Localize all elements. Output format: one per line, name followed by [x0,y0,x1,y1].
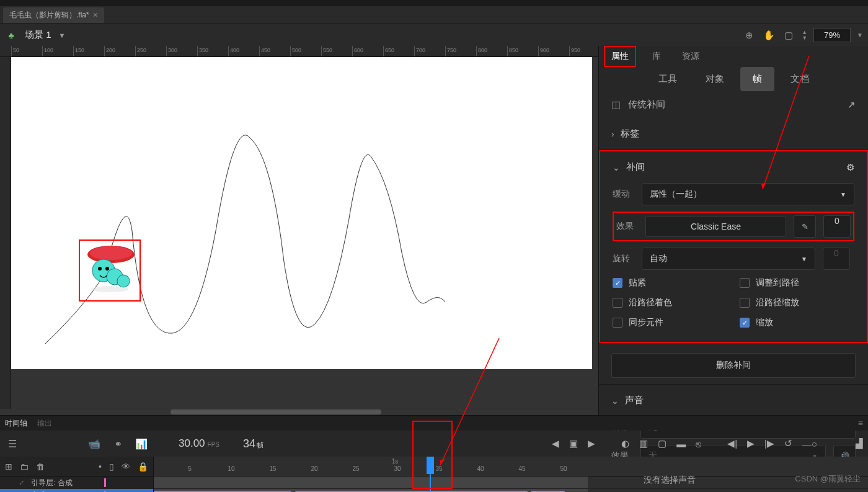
ease-row: 缓动 属性（一起）▼ [613,183,854,205]
guide-icon: ⟋ [17,478,26,487]
labels-title[interactable]: 标签 [621,128,639,140]
expand-icon[interactable]: ↗ [848,99,856,110]
sub-tab-object[interactable]: 对象 [693,67,737,91]
stage[interactable] [11,57,592,369]
tab-properties[interactable]: 属性 [604,46,636,67]
layer-guide[interactable]: ⟋ 引导层: 合成 [0,476,153,489]
chevron-down-icon[interactable]: ⌄ [611,396,619,406]
next-icon[interactable]: ▶ [588,438,595,449]
panel-menu-icon[interactable]: ≡ [858,418,863,428]
clip-icon[interactable]: ▢ [782,29,795,42]
timeline-tracks[interactable]: 1s5101520253035404550 [154,457,868,492]
scroll-arrows[interactable]: ▲▼ [802,30,807,41]
delete-tween-button[interactable]: 删除补间 [611,353,856,378]
graph-icon[interactable]: ⚭ [110,436,125,451]
scene-name[interactable]: 场景 1 [25,29,51,41]
playhead-line [430,474,431,492]
check-color[interactable]: 沿路径着色 [613,297,727,308]
rotate-count[interactable]: 0 [823,248,850,270]
check-sync[interactable]: 同步元件 [613,317,727,328]
tween-type-label: 传统补间 [628,99,665,110]
stage-area [11,57,598,409]
tween-section: ⌄ 补间 ⚙ 缓动 属性（一起）▼ 效果 Classic Ease ✎ 0 旋转… [599,150,868,343]
insert-frame-icon[interactable]: ▣ [569,438,578,449]
sub-tab-tool[interactable]: 工具 [646,67,689,91]
marker-icon[interactable]: ▬ [676,439,686,449]
check-orient[interactable]: 调整到路径 [740,277,854,288]
edit-icon[interactable]: ▢ [658,438,666,449]
prev-icon[interactable]: ◀ [552,438,559,449]
scrollbar-thumb[interactable] [170,409,381,414]
frame-ruler[interactable]: 1s5101520253035404550 [154,457,868,476]
current-frame[interactable]: 34 帧 [243,437,264,450]
onion-icon[interactable]: ◐ [621,438,629,449]
range-icon[interactable]: —○ [802,439,817,449]
properties-panel: 属性 库 资源 工具 对象 帧 文档 ◫ 传统补间 ↗ › 标签 ⌄ 补间 ⚙ [598,46,868,415]
zoom-input[interactable]: 79% [813,28,851,42]
tween-title[interactable]: 补间 [626,161,645,173]
tab-output[interactable]: 输出 [37,418,52,429]
scene-icon[interactable]: ♣ [5,29,17,42]
playhead[interactable] [427,457,434,474]
fps-display[interactable]: 30.00 FPS [179,437,219,450]
hand-icon[interactable]: ✋ [762,29,776,42]
pencil-icon[interactable]: ✎ [794,215,816,238]
chart-icon[interactable]: 📊 [134,436,149,451]
check-snap[interactable]: ✓贴紧 [613,277,727,288]
checkbox-icon [613,298,622,308]
effect-button[interactable]: Classic Ease [645,216,786,237]
ease-label: 缓动 [613,189,634,200]
outline-icon[interactable]: ▯ [109,462,114,472]
eye-icon[interactable]: 👁 [122,462,130,472]
trash-icon[interactable]: 🗑 [36,462,45,472]
tab-label: 毛毛虫（影片剪辑）.fla* [9,10,89,20]
edit-scene-icon[interactable]: ⊕ [742,29,756,42]
loop-icon[interactable]: ↺ [784,438,792,449]
timeline-panel: 时间轴 输出 ≡ ☰ 📹 ⚭ 📊 30.00 FPS 34 帧 ◀ ▣ ▶ [0,415,868,492]
sound-title[interactable]: 声音 [625,395,644,406]
motion-path [11,57,592,369]
close-icon[interactable]: × [93,10,98,20]
tween-type-row: ◫ 传统补间 ↗ [599,91,868,118]
no-sound-text: 没有选择声音 [644,475,696,486]
export-icon[interactable]: ⎋ [696,439,701,449]
step-back-icon[interactable]: ◀| [727,438,737,449]
file-tab[interactable]: 毛毛虫（影片剪辑）.fla* × [3,7,104,23]
tab-resources[interactable]: 资源 [677,46,704,67]
effect-value[interactable]: 0 [823,215,851,238]
track-comp[interactable] [154,489,868,492]
tween-icon: ◫ [611,99,621,110]
layer-comp[interactable]: ▢ 合成 [0,489,153,492]
chevron-down-icon[interactable]: ⌄ [613,163,620,172]
more-icon[interactable]: ▟ [856,438,863,449]
chevron-down-icon[interactable]: ▼ [59,32,66,39]
add-layer-icon[interactable]: ⊞ [5,462,12,472]
play-icon[interactable]: ▶ [747,438,755,449]
track-guide[interactable] [154,476,868,489]
horizontal-scrollbar[interactable] [0,409,598,415]
check-scale-path[interactable]: 沿路径缩放 [740,297,854,308]
sub-tab-frame[interactable]: 帧 [740,67,774,91]
layers-icon[interactable]: ☰ [5,436,20,451]
lock-icon[interactable]: 🔒 [138,462,148,472]
rotate-dropdown[interactable]: 自动▼ [642,248,815,270]
check-scale[interactable]: ✓缩放 [740,317,854,328]
sub-tab-document[interactable]: 文档 [778,67,822,91]
tab-library[interactable]: 库 [647,46,666,67]
checkbox-icon [740,278,750,288]
rotate-label: 旋转 [613,253,634,264]
step-fwd-icon[interactable]: |▶ [764,438,774,449]
highlight-icon[interactable]: • [99,462,102,472]
tab-timeline[interactable]: 时间轴 [5,418,27,429]
horizontal-ruler: 5010015020025030035040045050055060065070… [0,46,598,57]
rotate-row: 旋转 自动▼ 0 [613,248,854,270]
folder-icon[interactable]: 🗀 [20,462,29,472]
ease-dropdown[interactable]: 属性（一起）▼ [642,183,854,205]
selection-box[interactable] [79,239,141,302]
multi-icon[interactable]: ▥ [639,438,648,449]
chevron-right-icon[interactable]: › [611,129,614,139]
gear-icon[interactable]: ⚙ [846,162,854,173]
camera-icon[interactable]: 📹 [87,436,102,451]
chevron-down-icon[interactable]: ▼ [857,32,863,38]
svg-point-4 [117,275,130,287]
